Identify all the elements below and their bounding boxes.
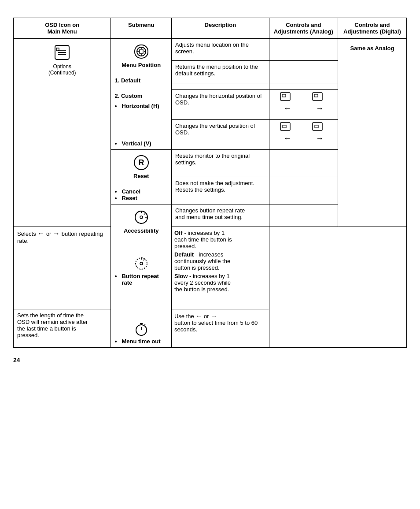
button-repeat-desc-or: or bbox=[46, 230, 53, 237]
button-repeat-label: Button repeat rate bbox=[122, 273, 159, 286]
same-as-analog-cell: Same as Analog bbox=[338, 39, 406, 227]
same-as-analog-text: Same as Analog bbox=[342, 43, 403, 53]
menu-position-desc-main: Adjusts menu location on the screen. bbox=[175, 41, 249, 55]
horizontal-right-ctrl: → bbox=[312, 92, 328, 113]
cancel-reset-list: Cancel Reset bbox=[114, 188, 168, 201]
accessibility-icon bbox=[133, 209, 150, 226]
default-analog bbox=[269, 61, 338, 83]
header-osd: OSD Icon onMain Menu bbox=[14, 18, 111, 39]
svg-rect-16 bbox=[280, 123, 290, 130]
options-menu-position-row: Options (Continued) Menu Position 1. bbox=[14, 39, 407, 61]
reset-submenu-cell: R Reset Cancel Reset bbox=[111, 150, 172, 204]
left-arrow-inline: ← bbox=[37, 230, 44, 237]
svg-rect-18 bbox=[313, 123, 322, 130]
svg-rect-13 bbox=[282, 94, 286, 97]
main-table: OSD Icon onMain Menu Submenu Description… bbox=[13, 18, 407, 348]
button-repeat-icon bbox=[134, 256, 149, 271]
options-label: Options (Continued) bbox=[17, 63, 107, 76]
menu-timeout-ctrl-text: Use the bbox=[174, 313, 195, 320]
vertical-right-arrow: → bbox=[316, 134, 324, 143]
button-repeat-slow: Slow - increases by 1 every 2 seconds wh… bbox=[174, 273, 266, 293]
svg-rect-14 bbox=[313, 93, 322, 100]
reset-analog bbox=[269, 150, 338, 177]
svg-rect-12 bbox=[280, 93, 290, 100]
menu-position-sub1: 1. Default bbox=[114, 77, 168, 84]
cancel-desc: Does not make the adjustment. bbox=[175, 180, 265, 186]
cancel-reset-desc-cell: Does not make the adjustment. Resets the… bbox=[171, 177, 269, 204]
menu-timeout-icon bbox=[134, 321, 149, 336]
vertical-left-ctrl: ← bbox=[280, 122, 295, 143]
button-repeat-desc-cell: Selects ← or → button repeating rate. bbox=[14, 227, 111, 309]
svg-rect-19 bbox=[315, 125, 318, 128]
horizontal-desc: Changes the horizontal position of OSD. bbox=[175, 93, 262, 106]
vertical-item: Vertical (V) bbox=[114, 140, 168, 147]
slow-label: Slow bbox=[174, 273, 188, 279]
accessibility-desc: Changes button repeat rate and menu time… bbox=[175, 207, 245, 220]
default-desc-cell: Returns the menu position to the default… bbox=[171, 61, 269, 83]
vertical-analog-cell: ← → bbox=[269, 119, 338, 149]
reset-desc: Resets monitor to the original settings. bbox=[175, 152, 250, 166]
options-osd-icon bbox=[53, 43, 71, 62]
button-repeat-row: Selects ← or → button repeating rate. Of… bbox=[14, 227, 407, 309]
horizontal-item: Horizontal (H) bbox=[114, 103, 168, 109]
timeout-right-arrow: → bbox=[210, 312, 217, 320]
svg-point-24 bbox=[140, 216, 143, 219]
default-label: Default bbox=[174, 251, 194, 258]
menu-position-analog-empty bbox=[269, 39, 338, 61]
header-description: Description bbox=[171, 18, 269, 39]
reset-desc-2: Resets the settings. bbox=[175, 186, 265, 193]
menu-position-sub2: 2. Custom bbox=[114, 93, 168, 99]
accessibility-analog bbox=[269, 204, 338, 227]
options-icon-cell: Options (Continued) bbox=[14, 39, 111, 227]
timeout-ctrl-suffix: button to select time from 5 to 60 secon… bbox=[174, 320, 258, 333]
horizontal-right-icon bbox=[312, 92, 328, 104]
vertical-right-icon bbox=[312, 122, 328, 134]
vertical-left-arrow: ← bbox=[284, 134, 291, 143]
menu-timeout-analog-cell: Use the ← or → button to select time fro… bbox=[171, 309, 269, 347]
off-label: Off bbox=[174, 230, 183, 236]
svg-text:R: R bbox=[138, 158, 144, 167]
menu-timeout-desc: Sets the length of time the OSD will rem… bbox=[17, 312, 88, 338]
menu-timeout-desc-cell: Sets the length of time the OSD will rem… bbox=[14, 309, 111, 347]
svg-rect-17 bbox=[283, 125, 286, 128]
svg-rect-15 bbox=[314, 94, 318, 97]
custom-desc-cell bbox=[171, 83, 269, 89]
menu-position-label: Menu Position bbox=[114, 62, 168, 68]
horizontal-desc-cell: Changes the horizontal position of OSD. bbox=[171, 90, 269, 120]
menu-timeout-item: Menu time out bbox=[114, 321, 168, 345]
off-desc: - increases by 1 each time the button is… bbox=[174, 230, 232, 249]
page-number: 24 bbox=[13, 357, 407, 364]
svg-point-29 bbox=[140, 262, 143, 265]
reset-icon: R bbox=[133, 154, 150, 171]
horizontal-analog-cell: ← → bbox=[269, 90, 338, 120]
button-repeat-item: Button repeat rate bbox=[114, 256, 168, 286]
button-repeat-off: Off - increases by 1 each time the butto… bbox=[174, 230, 266, 249]
reset-label: Reset bbox=[114, 173, 168, 179]
button-repeat-default: Default - increases continuously while t… bbox=[174, 251, 266, 271]
cancel-reset-analog bbox=[269, 177, 338, 204]
left-arrow-icon: ← bbox=[284, 104, 291, 113]
header-digital: Controls andAdjustments (Digital) bbox=[338, 18, 406, 39]
timeout-or: or bbox=[204, 313, 210, 320]
svg-line-36 bbox=[144, 324, 145, 325]
vertical-left-icon bbox=[280, 122, 295, 134]
button-repeat-analog-cell: Off - increases by 1 each time the butto… bbox=[171, 227, 269, 309]
cancel-label: Cancel bbox=[122, 188, 140, 195]
vertical-right-ctrl: → bbox=[312, 122, 328, 143]
button-repeat-desc-prefix: Selects bbox=[17, 230, 37, 237]
vertical-desc-cell: Changes the vertical position of OSD. bbox=[171, 119, 269, 149]
accessibility-submenu-cell: Accessibility Button repeat rate bbox=[111, 204, 172, 348]
menu-timeout-row: Sets the length of time the OSD will rem… bbox=[14, 309, 407, 347]
menu-position-desc-cell: Adjusts menu location on the screen. bbox=[171, 39, 269, 61]
reset-sub-label: Reset bbox=[122, 195, 137, 201]
reset-desc-cell: Resets monitor to the original settings. bbox=[171, 150, 269, 177]
horizontal-left-icon bbox=[280, 92, 295, 104]
accessibility-label: Accessibility bbox=[114, 227, 168, 234]
svg-line-31 bbox=[144, 259, 144, 260]
horizontal-left-ctrl: ← bbox=[280, 92, 295, 113]
right-arrow-icon: → bbox=[316, 104, 324, 113]
default-desc: Returns the menu position to the default… bbox=[175, 63, 258, 77]
header-submenu: Submenu bbox=[111, 18, 172, 39]
svg-line-26 bbox=[144, 213, 145, 215]
timeout-left-arrow: ← bbox=[195, 312, 202, 320]
